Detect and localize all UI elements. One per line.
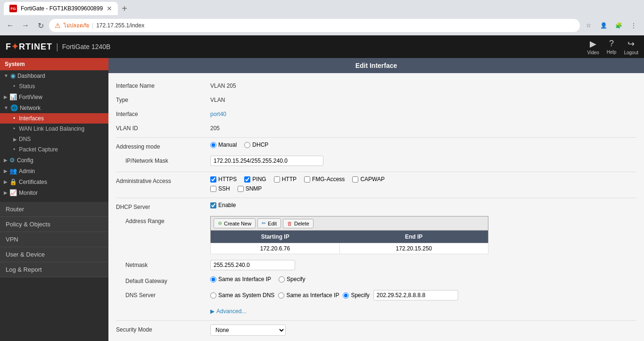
- capwap-option[interactable]: CAPWAP: [352, 176, 385, 183]
- interface-value[interactable]: port40: [210, 109, 226, 117]
- video-button[interactable]: ▶ Video: [587, 39, 599, 55]
- settings-button[interactable]: ⋮: [627, 19, 640, 32]
- divider-2: [116, 172, 636, 172]
- sidebar-item-packet-capture[interactable]: • Packet Capture: [0, 144, 108, 155]
- sidebar-item-fortiview[interactable]: ▶ 📊 FortiView: [0, 91, 108, 102]
- capwap-checkbox[interactable]: [352, 176, 358, 183]
- forward-button[interactable]: →: [19, 19, 32, 32]
- interface-row: Interface port40: [116, 109, 636, 117]
- back-button[interactable]: ←: [4, 19, 17, 32]
- vlan-id-label: VLAN ID: [116, 123, 210, 132]
- logout-button[interactable]: ↪ Logout: [624, 39, 638, 55]
- same-as-interface-radio[interactable]: [210, 276, 216, 283]
- reload-button[interactable]: ↻: [34, 19, 47, 32]
- url-bar[interactable]: ⚠ ไม่ปลอดภัย | 172.17.255.1/index: [49, 19, 580, 32]
- security-mode-row: Security Mode None: [116, 324, 636, 336]
- bullet-interfaces: •: [13, 115, 15, 122]
- content-title: Edit Interface: [108, 58, 644, 73]
- sidebar-item-user-device[interactable]: User & Device: [0, 247, 108, 262]
- type-value: VLAN: [210, 95, 225, 103]
- manual-option[interactable]: Manual: [210, 141, 237, 148]
- sidebar-item-admin[interactable]: ▶ 👥 Admin: [0, 166, 108, 176]
- sidebar-item-monitor[interactable]: ▶ 📈 Monitor: [0, 187, 108, 198]
- create-new-button[interactable]: ⊕ Create New: [214, 218, 256, 228]
- expand-icon: ▼: [4, 73, 8, 78]
- sidebar-item-policy[interactable]: Policy & Objects: [0, 217, 108, 232]
- monitor-icon: 📈: [9, 189, 17, 196]
- extension-button[interactable]: 🧩: [612, 19, 625, 32]
- address-range-content: ⊕ Create New ✏ Edit 🗑 Delete: [210, 216, 488, 254]
- delete-button[interactable]: 🗑 Delete: [283, 219, 314, 228]
- dns-value-input[interactable]: [373, 290, 458, 300]
- logout-label: Logout: [624, 50, 638, 55]
- specify-gw-radio[interactable]: [279, 276, 285, 283]
- certificates-label: Certificates: [19, 179, 47, 185]
- wan-link-label: WAN Link Load Balancing: [19, 125, 84, 132]
- same-as-interface-dns-option[interactable]: Same as Interface IP: [278, 292, 339, 299]
- dhcp-enable-checkbox[interactable]: [210, 202, 216, 208]
- ip-mask-input[interactable]: [210, 156, 323, 166]
- help-button[interactable]: ? Help: [607, 39, 617, 55]
- edit-button[interactable]: ✏ Edit: [257, 218, 281, 228]
- specify-dns-radio[interactable]: [343, 292, 349, 299]
- specify-gw-option[interactable]: Specify: [279, 276, 305, 283]
- expand-icon-certs: ▶: [4, 179, 8, 184]
- advanced-row: ▶ Advanced...: [116, 306, 636, 315]
- ping-checkbox[interactable]: [244, 176, 250, 183]
- fmg-option[interactable]: FMG-Access: [304, 176, 345, 183]
- ip-mask-label: IP/Network Mask: [116, 156, 210, 164]
- specify-dns-option[interactable]: Specify: [343, 292, 369, 299]
- sidebar-item-network[interactable]: ▼ 🌐 Network: [0, 102, 108, 113]
- create-new-label: Create New: [224, 221, 251, 226]
- sidebar-item-certificates[interactable]: ▶ 🔒 Certificates: [0, 176, 108, 187]
- fortinet-logo: F✦RTINET: [6, 42, 52, 52]
- same-as-system-dns-radio[interactable]: [210, 292, 216, 299]
- tab-close-button[interactable]: ✕: [107, 5, 112, 12]
- http-option[interactable]: HTTP: [274, 176, 297, 183]
- manual-radio[interactable]: [210, 142, 216, 148]
- same-as-interface-dns-radio[interactable]: [278, 292, 284, 299]
- edit-icon: ✏: [262, 220, 266, 226]
- ssh-checkbox[interactable]: [210, 186, 216, 192]
- http-checkbox[interactable]: [274, 176, 280, 183]
- delete-label: Delete: [294, 221, 309, 226]
- sidebar-item-interfaces[interactable]: • Interfaces: [0, 113, 108, 124]
- capwap-label: CAPWAP: [360, 176, 385, 183]
- ping-option[interactable]: PING: [244, 176, 266, 183]
- dhcp-radio[interactable]: [244, 142, 250, 148]
- dhcp-option[interactable]: DHCP: [244, 141, 268, 148]
- sidebar-item-config[interactable]: ▶ ⚙ Config: [0, 155, 108, 166]
- netmask-input[interactable]: [210, 260, 295, 270]
- system-section-label: System: [5, 61, 25, 67]
- security-mode-select[interactable]: None: [210, 324, 286, 336]
- sidebar-item-status[interactable]: • Status: [0, 81, 108, 91]
- same-as-interface-option[interactable]: Same as Interface IP: [210, 276, 271, 283]
- addressing-mode-row: Addressing mode Manual DHCP: [116, 141, 636, 150]
- interface-name-value: VLAN 205: [210, 81, 236, 89]
- advanced-link[interactable]: ▶ Advanced...: [210, 308, 246, 315]
- https-checkbox[interactable]: [210, 176, 216, 183]
- network-icon: 🌐: [10, 104, 18, 111]
- profile-button[interactable]: 👤: [597, 19, 610, 32]
- sidebar-item-wan-link[interactable]: • WAN Link Load Balancing: [0, 124, 108, 134]
- new-tab-button[interactable]: +: [118, 2, 131, 15]
- sidebar-item-dashboard[interactable]: ▼ ◉ Dashboard: [0, 70, 108, 81]
- https-label: HTTPS: [218, 176, 237, 183]
- dhcp-enable-option[interactable]: Enable: [210, 202, 236, 208]
- access-checkboxes-row2: SSH SNMP: [210, 185, 385, 192]
- snmp-option[interactable]: SNMP: [238, 185, 262, 192]
- snmp-checkbox[interactable]: [238, 186, 244, 192]
- bookmark-button[interactable]: ☆: [582, 19, 595, 32]
- same-as-system-dns-option[interactable]: Same as System DNS: [210, 292, 274, 299]
- https-option[interactable]: HTTPS: [210, 176, 237, 183]
- ssh-option[interactable]: SSH: [210, 185, 230, 192]
- dns-label: DNS: [19, 136, 31, 142]
- table-row[interactable]: 172.20.6.76 172.20.15.250: [211, 243, 488, 254]
- sidebar-item-router[interactable]: Router: [0, 202, 108, 217]
- sidebar-item-log[interactable]: Log & Report: [0, 262, 108, 277]
- sidebar-item-dns[interactable]: ▶ DNS: [0, 134, 108, 144]
- fmg-checkbox[interactable]: [304, 176, 310, 183]
- interfaces-label: Interfaces: [19, 115, 44, 122]
- sidebar-item-vpn[interactable]: VPN: [0, 232, 108, 247]
- browser-tab[interactable]: FG FortiGate - FGT1KB3909600899 ✕: [4, 2, 118, 15]
